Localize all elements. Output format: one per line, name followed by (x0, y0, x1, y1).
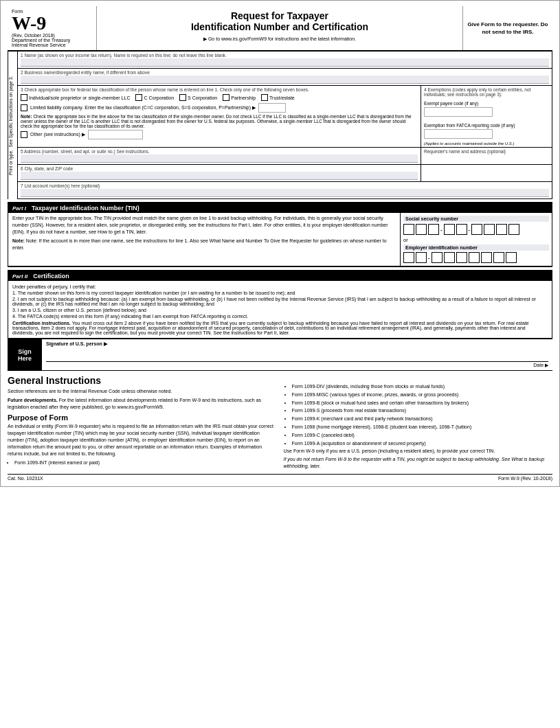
rev-date: (Rev. October 2018) (12, 33, 92, 38)
dept-label: Department of the Treasury (12, 38, 92, 43)
gen-future: Future developments. For the latest info… (8, 397, 277, 411)
cert-bold: Certification instructions. (12, 321, 71, 326)
line3-4-container: 3 Check appropriate box for federal tax … (18, 86, 552, 148)
line3-area: 3 Check appropriate box for federal tax … (18, 86, 421, 147)
line4-label: 4 Exemptions (codes apply only to certai… (424, 87, 549, 97)
part2-section: Part II Certification Under penalties of… (8, 270, 552, 339)
llc-label: Limited liability company. Enter the tax… (30, 105, 256, 111)
signature-line[interactable] (46, 347, 548, 362)
header-right: Give Form to the requester. Do not send … (463, 6, 552, 50)
checkbox-c-corp[interactable]: C Corporation (135, 94, 174, 101)
line1-label: 1 Name (as shown on your income tax retu… (21, 53, 549, 58)
right-bullet-7: Form 1099-A (acquisition or abandonment … (292, 440, 553, 447)
part2-header: Part II Certification (8, 271, 552, 281)
line5-right: Requester's name and address (optional) (421, 148, 552, 164)
ssn-box-3[interactable] (428, 224, 439, 235)
right-bullet-2: Form 1099-B (stock or mutual fund sales … (292, 400, 553, 407)
checkbox-trust-box[interactable] (261, 94, 268, 101)
checkbox-trust[interactable]: Trust/estate (261, 94, 295, 101)
line5-input[interactable] (21, 155, 418, 163)
line2-row: 2 Business name/disregarded entity name,… (18, 69, 552, 86)
part2-body: Under penalties of perjury, I certify th… (8, 281, 552, 338)
right-bullet-5: Form 1098 (home mortgage interest), 1098… (292, 424, 553, 431)
ssn-label: Social security number (403, 216, 549, 222)
part1-note: Note: Note: If the account is in more th… (12, 238, 396, 251)
ssn-box-5[interactable] (456, 224, 467, 235)
ein-box-9[interactable] (506, 252, 517, 263)
fatca-input[interactable] (424, 129, 493, 139)
exempt-payee-label: Exempt payee code (if any) (424, 101, 549, 106)
ssn-box-6[interactable] (471, 224, 482, 235)
ein-box-4[interactable] (444, 252, 455, 263)
checkbox-s-corp-box[interactable] (179, 94, 186, 101)
right-bullet-8: Use Form W-9 only if you are a U.S. pers… (284, 448, 553, 455)
purpose-text: An individual or entity (Form W-9 reques… (8, 423, 277, 457)
part1-section: Part I Taxpayer Identification Number (T… (8, 202, 552, 267)
header-left: Form W-9 (Rev. October 2018) Department … (8, 6, 97, 50)
checkbox-c-corp-label: C Corporation (144, 95, 174, 100)
form-fields-area: 1 Name (as shown on your income tax retu… (17, 52, 552, 199)
checkbox-partnership-box[interactable] (223, 94, 229, 101)
part2-item2: 2. I am not subject to backup withholdin… (12, 297, 548, 306)
checkbox-llc-box[interactable] (21, 104, 27, 111)
signature-label: Signature of U.S. person ▶ (46, 341, 548, 347)
checkbox-c-corp-box[interactable] (135, 94, 142, 101)
sign-label: Sign Here (8, 339, 42, 370)
give-form-text: Give Form to the requester. Do not send … (467, 21, 548, 36)
right-bullet-9: If you do not return Form W-9 to the req… (284, 456, 553, 470)
ein-box-2[interactable] (416, 252, 427, 263)
part2-intro: Under penalties of perjury, I certify th… (12, 284, 548, 289)
line7-label: 7 List account number(s) here (optional) (21, 183, 549, 188)
ein-box-1[interactable] (403, 252, 414, 263)
ssn-box-2[interactable] (416, 224, 427, 235)
bullet1: Form 1099-INT (interest earned or paid) (14, 459, 277, 466)
checkbox-individual[interactable]: Individual/sole proprietor or single-mem… (21, 94, 130, 101)
line6-input[interactable] (21, 172, 418, 180)
part1-label: Part I (12, 205, 26, 212)
other-label: Other (see instructions) ▶ (30, 132, 85, 137)
ein-box-8[interactable] (493, 252, 504, 263)
gen-right: Form 1099-DIV (dividends, including thos… (284, 375, 553, 471)
checkbox-s-corp-label: S Corporation (188, 95, 217, 100)
footer-bar: Cat. No. 10231X Form W-9 (Rev. 10-2018) (8, 474, 552, 481)
part1-text: Enter your TIN in the appropriate box. T… (12, 215, 396, 235)
line1-input[interactable] (21, 58, 549, 67)
part1-right: Social security number - - or Employer i… (401, 213, 552, 266)
w9-form: Form W-9 (Rev. October 2018) Department … (0, 0, 560, 487)
line5-row: 5 Address (number, street, and apt. or s… (18, 148, 552, 165)
other-input[interactable] (88, 130, 143, 139)
form-header: Form W-9 (Rev. October 2018) Department … (8, 6, 552, 52)
llc-row: Limited liability company. Enter the tax… (21, 103, 418, 113)
ein-box-6[interactable] (469, 252, 480, 263)
note-text-content: Check the appropriate box in the line ab… (21, 114, 412, 128)
other-row: Other (see instructions) ▶ (21, 130, 418, 139)
ein-boxes: - (403, 252, 549, 263)
ein-box-3[interactable] (432, 252, 443, 263)
llc-classification-input[interactable] (258, 103, 286, 113)
header-center: Request for Taxpayer Identification Numb… (97, 6, 463, 50)
ssn-box-1[interactable] (403, 224, 414, 235)
ein-box-7[interactable] (481, 252, 492, 263)
form-id: Form W-9 (Rev. 10-2018) (498, 476, 552, 481)
ssn-box-7[interactable] (484, 224, 495, 235)
exempt-payee-input[interactable] (424, 107, 493, 117)
gen-title: General Instructions (8, 375, 277, 386)
requesters-label: Requester's name and address (optional) (424, 149, 549, 154)
ssn-box-9[interactable] (508, 224, 519, 235)
right-bullet-4: Form 1099-K (merchant card and third par… (292, 416, 553, 422)
checkbox-individual-box[interactable] (21, 94, 27, 101)
line7-input[interactable] (21, 189, 549, 197)
checkbox-partnership[interactable]: Partnership (223, 94, 256, 101)
ein-box-5[interactable] (456, 252, 467, 263)
fatca-section: Exemption from FATCA reporting code (if … (424, 123, 549, 139)
line2-input[interactable] (21, 76, 549, 84)
ssn-box-4[interactable] (444, 224, 455, 235)
ssn-box-8[interactable] (496, 224, 507, 235)
right-bullet-3: Form 1099-S (proceeds from real estate t… (292, 407, 553, 414)
classification-checkboxes: Individual/sole proprietor or single-mem… (21, 94, 418, 101)
checkbox-individual-label: Individual/sole proprietor or single-mem… (29, 95, 130, 100)
checkbox-s-corp[interactable]: S Corporation (179, 94, 217, 101)
checkbox-other-box[interactable] (21, 131, 27, 138)
cat-no: Cat. No. 10231X (8, 476, 43, 481)
gen-intro: Section references are to the Internal R… (8, 388, 277, 395)
